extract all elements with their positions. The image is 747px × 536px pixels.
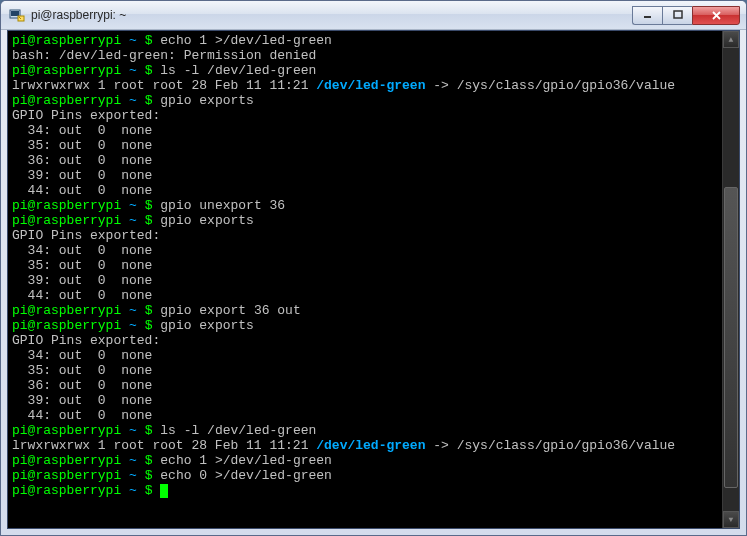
output-line: 39: out 0 none xyxy=(12,273,735,288)
command-text: echo 1 >/dev/led-green xyxy=(160,453,332,468)
output-line: lrwxrwxrwx 1 root root 28 Feb 11 11:21 /… xyxy=(12,438,735,453)
output-line: 36: out 0 none xyxy=(12,378,735,393)
output-line: 44: out 0 none xyxy=(12,183,735,198)
output-line: bash: /dev/led-green: Permission denied xyxy=(12,48,735,63)
command-text: gpio unexport 36 xyxy=(160,198,285,213)
prompt-line: pi@raspberrypi ~ $ echo 1 >/dev/led-gree… xyxy=(12,453,735,468)
output-line: GPIO Pins exported: xyxy=(12,108,735,123)
prompt-line: pi@raspberrypi ~ $ gpio exports xyxy=(12,318,735,333)
command-text: gpio export 36 out xyxy=(160,303,300,318)
command-text: echo 0 >/dev/led-green xyxy=(160,468,332,483)
maximize-button[interactable] xyxy=(662,6,692,25)
close-button[interactable] xyxy=(692,6,740,25)
putty-icon xyxy=(9,7,25,23)
prompt-line: pi@raspberrypi ~ $ xyxy=(12,483,735,498)
symlink-name: /dev/led-green xyxy=(316,438,425,453)
output-line: lrwxrwxrwx 1 root root 28 Feb 11 11:21 /… xyxy=(12,78,735,93)
prompt-line: pi@raspberrypi ~ $ gpio exports xyxy=(12,93,735,108)
app-window: pi@raspberrypi: ~ pi@raspberrypi ~ $ ech… xyxy=(0,0,747,536)
scroll-track[interactable] xyxy=(723,48,739,511)
output-line: 44: out 0 none xyxy=(12,408,735,423)
symlink-name: /dev/led-green xyxy=(316,78,425,93)
window-controls xyxy=(632,6,740,25)
minimize-button[interactable] xyxy=(632,6,662,25)
prompt-line: pi@raspberrypi ~ $ gpio exports xyxy=(12,213,735,228)
output-line: 34: out 0 none xyxy=(12,348,735,363)
output-line: GPIO Pins exported: xyxy=(12,333,735,348)
output-line: 39: out 0 none xyxy=(12,393,735,408)
command-text: echo 1 >/dev/led-green xyxy=(160,33,332,48)
symlink-target: -> /sys/class/gpio/gpio36/value xyxy=(425,438,675,453)
prompt-line: pi@raspberrypi ~ $ echo 1 >/dev/led-gree… xyxy=(12,33,735,48)
command-text: gpio exports xyxy=(160,213,254,228)
output-line: 35: out 0 none xyxy=(12,363,735,378)
command-text: gpio exports xyxy=(160,318,254,333)
prompt-line: pi@raspberrypi ~ $ gpio unexport 36 xyxy=(12,198,735,213)
command-text: ls -l /dev/led-green xyxy=(160,423,316,438)
command-text: gpio exports xyxy=(160,93,254,108)
scroll-up-button[interactable]: ▲ xyxy=(723,31,739,48)
prompt-line: pi@raspberrypi ~ $ echo 0 >/dev/led-gree… xyxy=(12,468,735,483)
window-title: pi@raspberrypi: ~ xyxy=(31,8,632,22)
output-line: 34: out 0 none xyxy=(12,243,735,258)
titlebar[interactable]: pi@raspberrypi: ~ xyxy=(1,1,746,30)
scroll-down-button[interactable]: ▼ xyxy=(723,511,739,528)
output-line: 39: out 0 none xyxy=(12,168,735,183)
svg-rect-1 xyxy=(11,11,19,16)
output-line: 35: out 0 none xyxy=(12,138,735,153)
prompt-line: pi@raspberrypi ~ $ ls -l /dev/led-green xyxy=(12,423,735,438)
terminal[interactable]: pi@raspberrypi ~ $ echo 1 >/dev/led-gree… xyxy=(8,31,739,528)
symlink-target: -> /sys/class/gpio/gpio36/value xyxy=(425,78,675,93)
terminal-container: pi@raspberrypi ~ $ echo 1 >/dev/led-gree… xyxy=(7,30,740,529)
cursor xyxy=(160,484,168,498)
output-line: 35: out 0 none xyxy=(12,258,735,273)
output-line: 34: out 0 none xyxy=(12,123,735,138)
output-line: 44: out 0 none xyxy=(12,288,735,303)
command-text: ls -l /dev/led-green xyxy=(160,63,316,78)
scrollbar[interactable]: ▲ ▼ xyxy=(722,31,739,528)
output-line: 36: out 0 none xyxy=(12,153,735,168)
prompt-line: pi@raspberrypi ~ $ ls -l /dev/led-green xyxy=(12,63,735,78)
prompt-line: pi@raspberrypi ~ $ gpio export 36 out xyxy=(12,303,735,318)
svg-rect-5 xyxy=(674,11,682,18)
output-line: GPIO Pins exported: xyxy=(12,228,735,243)
scroll-thumb[interactable] xyxy=(724,187,738,488)
